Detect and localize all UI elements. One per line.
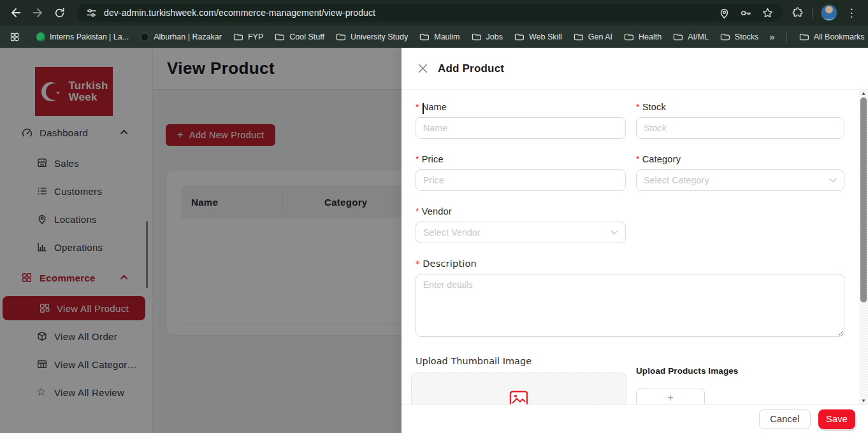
stock-input[interactable] bbox=[636, 117, 844, 139]
site-dark-favicon bbox=[140, 32, 149, 41]
browser-toolbar: dev-admin.turkishweek.com/ecommerce-mana… bbox=[0, 0, 868, 25]
bookmarks-divider-right bbox=[786, 31, 787, 43]
required-asterisk: * bbox=[416, 206, 419, 216]
bookmarks-overflow-icon[interactable]: » bbox=[764, 31, 779, 42]
bookmark-folder-maulim[interactable]: Maulim bbox=[414, 29, 465, 45]
scroll-down-arrow[interactable]: ▼ bbox=[859, 398, 868, 404]
bookmark-star-icon[interactable] bbox=[762, 7, 774, 19]
extensions-puzzle-icon[interactable] bbox=[792, 7, 804, 19]
name-field-group: *Name bbox=[416, 102, 626, 139]
chevron-down-icon bbox=[829, 178, 837, 183]
category-field-group: *Category Select Category bbox=[636, 154, 844, 191]
folder-icon bbox=[233, 32, 243, 41]
bookmarks-bar: Interns Pakistan | La... Alburhan | Raza… bbox=[0, 25, 868, 48]
folder-icon bbox=[472, 32, 482, 41]
description-field-group: *Description bbox=[416, 259, 844, 339]
category-select[interactable]: Select Category bbox=[636, 169, 844, 191]
bookmark-folder-health[interactable]: Health bbox=[618, 29, 667, 45]
folder-icon bbox=[419, 32, 430, 41]
location-icon[interactable] bbox=[718, 7, 730, 19]
folder-icon bbox=[336, 32, 346, 41]
drawer-footer: Cancel Save bbox=[401, 404, 868, 433]
stock-label: *Stock bbox=[636, 102, 844, 112]
required-asterisk: * bbox=[416, 259, 420, 269]
url-text[interactable]: dev-admin.turkishweek.com/ecommerce-mana… bbox=[104, 8, 718, 18]
reload-icon bbox=[54, 7, 66, 19]
image-upload-icon bbox=[509, 390, 528, 404]
apps-grid-icon[interactable] bbox=[6, 29, 23, 45]
text-caret bbox=[423, 103, 424, 114]
save-button[interactable]: Save bbox=[818, 409, 855, 429]
folder-icon bbox=[275, 32, 285, 41]
browser-menu-icon[interactable]: ⋮ bbox=[846, 6, 857, 20]
reload-button[interactable] bbox=[48, 2, 70, 24]
drawer-scrollbar[interactable]: ▲ ▼ bbox=[859, 90, 868, 404]
product-images-label: Upload Products Images bbox=[636, 366, 844, 376]
bookmark-interns-pakistan[interactable]: Interns Pakistan | La... bbox=[31, 29, 134, 45]
name-input[interactable] bbox=[416, 117, 626, 139]
price-field-group: *Price bbox=[416, 154, 626, 191]
plus-icon: + bbox=[667, 392, 673, 404]
thumbnail-upload-group: Upload Thumbnail Image bbox=[416, 355, 626, 404]
folder-icon bbox=[799, 32, 809, 41]
bookmark-folder-cool-stuff[interactable]: Cool Stuff bbox=[269, 29, 330, 45]
vendor-select[interactable]: Select Vendor bbox=[416, 222, 626, 243]
scroll-up-arrow[interactable]: ▲ bbox=[859, 90, 868, 96]
category-label: *Category bbox=[636, 154, 844, 164]
bookmark-folder-jobs[interactable]: Jobs bbox=[466, 29, 509, 45]
description-textarea[interactable] bbox=[416, 274, 844, 337]
thumbnail-dropzone[interactable] bbox=[411, 373, 626, 404]
bookmark-folder-web-skill[interactable]: Web Skill bbox=[509, 29, 568, 45]
forward-arrow-icon bbox=[31, 6, 44, 19]
required-asterisk: * bbox=[416, 154, 419, 164]
add-product-drawer: Add Product *Name *Stock *Price *Ca bbox=[401, 48, 868, 433]
price-input[interactable] bbox=[416, 169, 626, 191]
all-bookmarks-button[interactable]: All Bookmarks bbox=[793, 29, 868, 45]
drawer-title: Add Product bbox=[438, 62, 504, 75]
folder-icon bbox=[514, 32, 524, 41]
address-bar[interactable]: dev-admin.turkishweek.com/ecommerce-mana… bbox=[76, 4, 783, 22]
bookmark-folder-fyp[interactable]: FYP bbox=[228, 29, 269, 45]
chevron-down-icon bbox=[611, 230, 618, 235]
password-key-icon[interactable] bbox=[740, 7, 752, 19]
required-asterisk: * bbox=[636, 102, 640, 112]
thumbnail-label: Upload Thumbnail Image bbox=[416, 356, 626, 366]
close-icon[interactable] bbox=[418, 64, 428, 73]
bookmark-alburhan[interactable]: Alburhan | Razakar bbox=[134, 29, 228, 45]
profile-avatar[interactable] bbox=[821, 4, 837, 21]
back-arrow-icon bbox=[10, 6, 22, 19]
price-label: *Price bbox=[416, 154, 626, 164]
back-button[interactable] bbox=[5, 2, 27, 24]
upload-images-button[interactable]: + bbox=[636, 388, 705, 404]
product-images-upload-group: Upload Products Images + bbox=[636, 355, 844, 404]
bookmark-folder-university-study[interactable]: University Study bbox=[330, 29, 414, 45]
required-asterisk: * bbox=[416, 102, 419, 112]
cancel-button[interactable]: Cancel bbox=[759, 409, 811, 429]
description-label: *Description bbox=[416, 259, 844, 269]
stock-field-group: *Stock bbox=[636, 102, 844, 139]
vendor-field-group: *Vendor Select Vendor bbox=[416, 206, 626, 243]
app-viewport: TurkishWeek Dashboard Sales Customers Lo… bbox=[0, 48, 868, 433]
required-asterisk: * bbox=[636, 154, 640, 164]
folder-icon bbox=[673, 32, 683, 41]
folder-icon bbox=[574, 32, 584, 41]
site-settings-icon[interactable] bbox=[85, 7, 98, 19]
bookmark-folder-aiml[interactable]: AI/ML bbox=[667, 29, 714, 45]
drawer-header: Add Product bbox=[401, 48, 868, 90]
vendor-label: *Vendor bbox=[416, 206, 626, 216]
drawer-body: *Name *Stock *Price *Category Select Cat… bbox=[401, 90, 859, 404]
bookmark-folder-gen-ai[interactable]: Gen AI bbox=[568, 29, 618, 45]
scrollbar-thumb[interactable] bbox=[860, 97, 867, 302]
toolbar-divider bbox=[812, 7, 813, 18]
name-label: *Name bbox=[416, 102, 626, 112]
bookmark-folder-stocks[interactable]: Stocks bbox=[714, 29, 765, 45]
folder-icon bbox=[624, 32, 634, 41]
forward-button[interactable] bbox=[27, 2, 48, 24]
folder-icon bbox=[720, 32, 730, 41]
site-green-favicon bbox=[36, 32, 45, 41]
